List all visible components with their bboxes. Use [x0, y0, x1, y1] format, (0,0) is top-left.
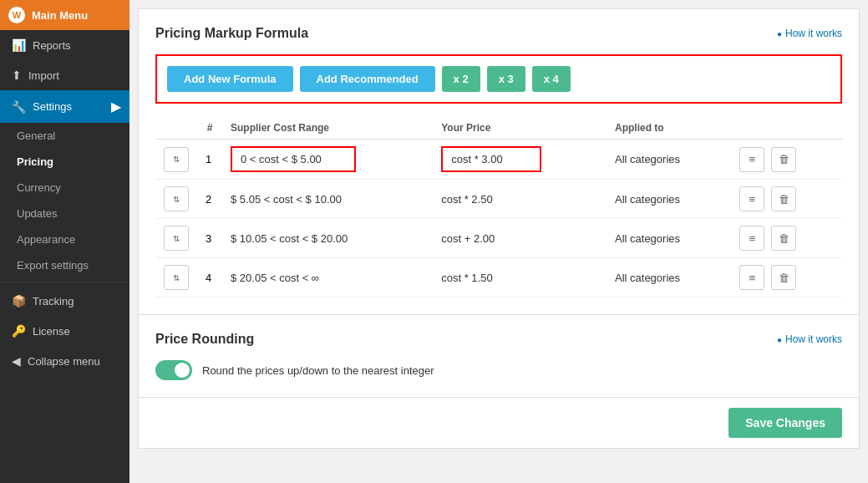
cost-range-4: $ 20.05 < cost < ∞	[231, 272, 319, 284]
settings-arrow-icon: ▶	[111, 99, 121, 114]
td-applied-4: All categories	[607, 258, 728, 297]
save-panel: Save Changes	[138, 398, 860, 449]
td-applied-2: All categories	[607, 180, 728, 219]
main-content: Pricing Markup Formula How it works Add …	[129, 0, 868, 483]
submenu-updates[interactable]: Updates	[0, 201, 129, 226]
add-new-formula-button[interactable]: Add New Formula	[167, 66, 293, 92]
td-price-3: cost + 2.00	[433, 219, 607, 258]
submenu-export-settings[interactable]: Export settings	[0, 252, 129, 278]
table-header-row: # Supplier Cost Range Your Price Applied…	[155, 117, 842, 140]
sidebar-item-label-import: Import	[28, 69, 59, 82]
sidebar-item-label-reports: Reports	[33, 39, 71, 52]
your-price-4: cost * 1.50	[441, 272, 492, 284]
sort-arrows-2[interactable]: ⇅	[164, 186, 189, 211]
save-changes-button[interactable]: Save Changes	[728, 408, 842, 438]
price-rounding-panel: Price Rounding How it works Round the pr…	[138, 315, 860, 398]
td-sort-4: ⇅	[155, 258, 197, 297]
sidebar-brand[interactable]: W Main Menu	[0, 0, 129, 30]
delete-button-2[interactable]: 🗑	[771, 186, 796, 211]
th-your-price: Your Price	[433, 117, 607, 140]
rounding-label: Round the prices up/down to the nearest …	[202, 364, 434, 377]
table-row: ⇅ 1 0 < cost < $ 5.00 cost * 3.00 All ca…	[155, 140, 842, 180]
td-actions-4: ≡ 🗑	[728, 258, 842, 297]
submenu-currency-label: Currency	[17, 181, 61, 194]
th-actions	[728, 117, 842, 140]
sidebar-item-label-collapse: Collapse menu	[28, 355, 100, 368]
add-recommended-button[interactable]: Add Recommended	[300, 66, 435, 92]
td-range-4: $ 20.05 < cost < ∞	[222, 258, 433, 297]
submenu-export-settings-label: Export settings	[17, 259, 89, 272]
td-range-1[interactable]: 0 < cost < $ 5.00	[222, 140, 433, 180]
toggle-slider	[155, 360, 192, 380]
td-num-4: 4	[197, 258, 222, 297]
menu-button-2[interactable]: ≡	[739, 186, 764, 211]
cost-range-2: $ 5.05 < cost < $ 10.00	[231, 193, 342, 206]
submenu-pricing[interactable]: Pricing	[0, 149, 129, 175]
rounding-header: Price Rounding How it works	[155, 332, 842, 347]
table-row: ⇅ 4 $ 20.05 < cost < ∞ cost * 1.50 All c…	[155, 258, 842, 297]
multiplier-x2-button[interactable]: x 2	[442, 66, 480, 92]
sidebar-item-settings[interactable]: 🔧 Settings ▶	[0, 90, 129, 123]
cost-range-cell-1[interactable]: 0 < cost < $ 5.00	[231, 146, 356, 172]
sort-arrows-1[interactable]: ⇅	[164, 147, 189, 172]
table-row: ⇅ 2 $ 5.05 < cost < $ 10.00 cost * 2.50 …	[155, 180, 842, 219]
td-range-3: $ 10.05 < cost < $ 20.00	[222, 219, 433, 258]
sidebar-item-label-settings: Settings	[33, 100, 72, 113]
td-price-4: cost * 1.50	[433, 258, 607, 297]
submenu-general[interactable]: General	[0, 123, 129, 149]
sidebar-separator-1	[0, 282, 129, 282]
menu-button-3[interactable]: ≡	[739, 226, 764, 251]
rounding-title: Price Rounding	[155, 332, 254, 347]
rounding-toggle[interactable]	[155, 360, 192, 380]
sidebar-item-import[interactable]: ⬆ Import	[0, 60, 129, 90]
td-actions-2: ≡ 🗑	[728, 180, 842, 219]
submenu-updates-label: Updates	[17, 207, 57, 220]
sidebar-item-tracking[interactable]: 📦 Tracking	[0, 286, 129, 316]
td-num-1: 1	[197, 140, 222, 180]
settings-icon: 🔧	[12, 100, 26, 114]
sidebar-item-license[interactable]: 🔑 License	[0, 316, 129, 346]
delete-button-4[interactable]: 🗑	[771, 265, 796, 290]
td-num-2: 2	[197, 180, 222, 219]
submenu-appearance-label: Appearance	[17, 233, 75, 246]
rounding-how-it-works-link[interactable]: How it works	[777, 333, 842, 345]
td-num-3: 3	[197, 219, 222, 258]
sort-arrows-4[interactable]: ⇅	[164, 265, 189, 290]
td-sort-3: ⇅	[155, 219, 197, 258]
td-applied-3: All categories	[607, 219, 728, 258]
sidebar-item-reports[interactable]: 📊 Reports	[0, 30, 129, 60]
pricing-how-it-works-link[interactable]: How it works	[777, 28, 842, 39]
submenu-appearance[interactable]: Appearance	[0, 226, 129, 252]
td-price-1[interactable]: cost * 3.00	[433, 140, 607, 180]
menu-button-1[interactable]: ≡	[739, 147, 764, 172]
tracking-icon: 📦	[12, 294, 26, 308]
submenu-pricing-label: Pricing	[17, 155, 53, 168]
sidebar-item-label-license: License	[33, 325, 70, 338]
submenu-currency[interactable]: Currency	[0, 175, 129, 201]
rounding-row: Round the prices up/down to the nearest …	[155, 360, 842, 380]
sort-arrows-3[interactable]: ⇅	[164, 226, 189, 251]
table-row: ⇅ 3 $ 10.05 < cost < $ 20.00 cost + 2.00…	[155, 219, 842, 258]
td-applied-1: All categories	[607, 140, 728, 180]
delete-button-3[interactable]: 🗑	[771, 226, 796, 251]
td-actions-3: ≡ 🗑	[728, 219, 842, 258]
multiplier-x4-button[interactable]: x 4	[532, 66, 571, 92]
formula-actions-bar: Add New Formula Add Recommended x 2 x 3 …	[155, 54, 842, 104]
sidebar-item-collapse[interactable]: ◀ Collapse menu	[0, 346, 129, 376]
your-price-2: cost * 2.50	[441, 193, 492, 206]
cost-range-3: $ 10.05 < cost < $ 20.00	[231, 232, 348, 245]
td-actions-1: ≡ 🗑	[728, 140, 842, 180]
your-price-cell-1[interactable]: cost * 3.00	[441, 146, 541, 172]
wp-logo-icon: W	[8, 7, 25, 23]
th-cost-range: Supplier Cost Range	[222, 117, 433, 140]
td-sort-2: ⇅	[155, 180, 197, 219]
your-price-3: cost + 2.00	[441, 232, 495, 245]
multiplier-x3-button[interactable]: x 3	[487, 66, 525, 92]
th-sort	[155, 117, 197, 140]
menu-button-4[interactable]: ≡	[739, 265, 764, 290]
td-sort-1: ⇅	[155, 140, 197, 180]
th-num: #	[197, 117, 222, 140]
th-applied-to: Applied to	[607, 117, 728, 140]
delete-button-1[interactable]: 🗑	[771, 147, 796, 172]
td-price-2: cost * 2.50	[433, 180, 607, 219]
